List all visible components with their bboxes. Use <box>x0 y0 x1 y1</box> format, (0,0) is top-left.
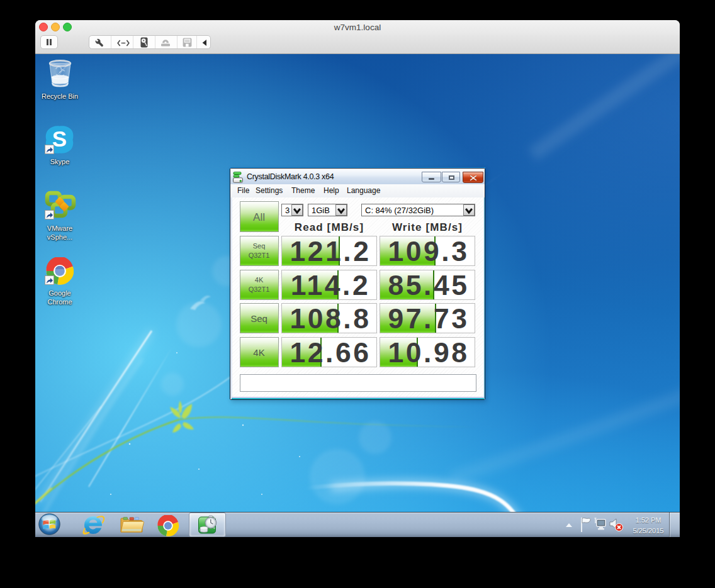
svg-text:S: S <box>52 126 67 151</box>
